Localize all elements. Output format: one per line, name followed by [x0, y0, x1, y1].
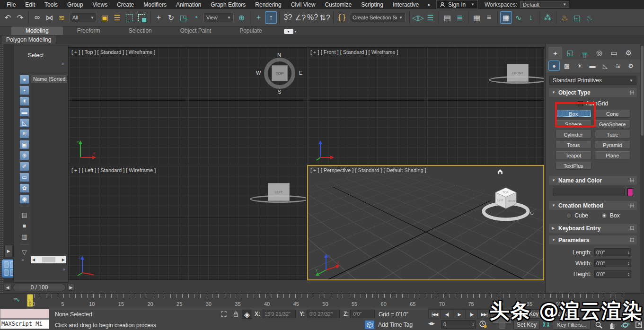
render-production-button[interactable]: ♨ [583, 11, 595, 24]
select-and-link-button[interactable]: ∞ [31, 11, 43, 24]
dock-handle[interactable] [0, 44, 4, 330]
spinner-icon[interactable]: ▴▾ [628, 261, 629, 265]
spinner-down[interactable]: ▾ [628, 263, 629, 265]
modify-tab[interactable]: ◱ [563, 47, 577, 59]
display-helpers-icon[interactable]: ◺ [19, 118, 29, 128]
object-type-cone-button[interactable]: Cone [595, 110, 631, 118]
explorer-overflow-chevron[interactable]: » [62, 266, 65, 272]
select-and-move-button[interactable]: + [153, 11, 165, 24]
spacewarps-category-icon[interactable]: ≋ [612, 61, 624, 71]
maxscript-mini-listener-input[interactable]: MAXScript Mi [0, 319, 49, 329]
timeline-ruler[interactable]: 0510152025303540455055606570758085909510… [26, 294, 625, 308]
explorer-column-header[interactable]: Name (Sorted A [31, 75, 68, 83]
scrollbar-thumb[interactable] [42, 257, 55, 262]
sign-in-button[interactable]: Sign In ▼ [436, 0, 478, 9]
compass-south[interactable]: S [278, 89, 281, 95]
keyboard-shortcut-override-button[interactable]: ↑ [265, 11, 277, 24]
primitive-category-dropdown[interactable]: Standard Primitives ▼ [549, 76, 636, 85]
spinner-snap-button[interactable]: ⇅? [319, 11, 331, 24]
rectangular-selection-region-button[interactable] [124, 11, 135, 24]
menu-interactive[interactable]: Interactive [388, 0, 423, 9]
schematic-view-button[interactable]: ↓ [525, 11, 537, 24]
viewport-front-label[interactable]: [ + ] [ Front ] [ Standard ] [ Wireframe… [310, 49, 398, 55]
orbit-button[interactable] [620, 320, 630, 330]
spinner-down[interactable]: ▾ [628, 252, 629, 254]
explorer-overflow-chevron[interactable]: » [21, 257, 24, 262]
systems-category-icon[interactable]: ⚙ [625, 61, 636, 71]
autogrid-checkbox[interactable] [578, 101, 583, 106]
cube-radio-option[interactable]: Cube [566, 212, 588, 219]
compass-west[interactable]: W [256, 70, 261, 76]
display-containers-icon[interactable]: ▭ [19, 173, 29, 182]
list-layers-icon[interactable]: ▤ [19, 210, 29, 219]
open-mini-curve-editor-button[interactable]: ≡∿ [13, 296, 20, 303]
spinner-icon[interactable]: ▴▾ [628, 272, 629, 276]
menu-views[interactable]: Views [88, 0, 112, 9]
angle-snap-button[interactable]: ∠? [294, 11, 306, 24]
object-type-sphere-button[interactable]: Sphere [556, 120, 591, 128]
object-type-pyramid-button[interactable]: Pyramid [595, 141, 631, 149]
viewcube-compass[interactable]: TOP N E S W [263, 56, 297, 90]
viewcube-left-face[interactable]: LEFT [268, 183, 290, 201]
scroll-left-icon[interactable]: ◀ [32, 258, 35, 262]
display-groups-icon[interactable]: ▣ [19, 140, 29, 149]
toggle-scene-explorer-button[interactable]: ▤ [441, 11, 453, 24]
select-and-place-button[interactable]: ◔ [190, 11, 202, 24]
unlink-selection-button[interactable]: ⋈ [44, 11, 55, 24]
viewport-top-label[interactable]: [ + ] [ Top ] [ Standard ] [ Wireframe ] [71, 49, 155, 55]
lights-category-icon[interactable]: ☀ [574, 61, 585, 71]
reference-coordinate-dropdown[interactable]: View▼ [203, 13, 234, 22]
menu-overflow-chevron[interactable]: » [423, 1, 434, 8]
play-button[interactable]: ▶ [453, 310, 466, 319]
current-frame-field[interactable]: 0 ▴▾ [441, 320, 476, 329]
geometry-category-icon[interactable]: ● [548, 61, 560, 71]
object-type-plane-button[interactable]: Plane [595, 151, 631, 159]
redo-button[interactable]: ↷ [14, 11, 26, 24]
menu-civil-view[interactable]: Civil View [286, 0, 320, 9]
select-and-manipulate-button[interactable]: + [253, 11, 265, 24]
select-and-rotate-button[interactable]: ↻ [165, 11, 177, 24]
time-slider-handle[interactable]: 0 [27, 294, 33, 307]
menu-rendering[interactable]: Rendering [250, 0, 286, 9]
polygon-modeling-panel-tab[interactable]: Polygon Modeling [1, 35, 56, 44]
display-bones-icon[interactable]: ✿ [19, 183, 29, 193]
manage-layers-button[interactable]: ▦ [471, 11, 483, 24]
maxscript-listener-output[interactable] [0, 309, 49, 319]
create-tab[interactable]: + [548, 47, 562, 59]
compass-north[interactable]: N [277, 52, 281, 58]
display-spacewarps-icon[interactable]: ≋ [19, 129, 29, 139]
box-radio-option[interactable]: Box [601, 212, 620, 219]
key-filters-button[interactable]: Key Filters... [553, 320, 591, 330]
object-name-field[interactable] [553, 188, 625, 196]
time-slider[interactable]: 0 / 100 [13, 284, 66, 291]
home-icon[interactable] [497, 168, 503, 174]
display-objects-icon[interactable]: ✐ [19, 162, 29, 171]
viewcube-top-face[interactable]: TOP [272, 65, 288, 81]
parameter-field-length[interactable]: 0'0"▴▾ [594, 248, 631, 256]
add-time-tag[interactable]: Add Time Tag [364, 320, 413, 330]
object-type-geosphere-button[interactable]: GeoSphere [595, 120, 631, 128]
ribbon-tab-freeform[interactable]: Freeform [63, 26, 115, 35]
previous-frame-button[interactable]: ◀| [441, 310, 453, 319]
explorer-horizontal-scrollbar[interactable]: ◀ ▶ [31, 256, 66, 263]
menu-file[interactable]: File [2, 0, 20, 9]
next-frame-button[interactable]: |▶ [466, 310, 478, 319]
spinner-icon[interactable]: ▴▾ [472, 322, 474, 326]
previous-frame-arrow-button[interactable]: ◀ [4, 284, 11, 291]
viewport-left[interactable]: [ + ] [ Left ] [ Standard ] [ Wireframe … [69, 165, 307, 280]
display-geometry-icon[interactable]: ● [19, 75, 29, 84]
object-type-box-button[interactable]: Box [556, 110, 591, 118]
isolate-selection-icon[interactable]: ⛶ [219, 310, 229, 319]
set-keys-icon[interactable] [541, 321, 551, 330]
pan-navigation-pad[interactable] [492, 310, 511, 329]
compass-east[interactable]: E [299, 70, 302, 76]
edit-named-selection-sets-button[interactable]: { } [336, 11, 348, 24]
render-setup-button[interactable]: ♨ [559, 11, 571, 24]
viewcube-front-face[interactable]: FRONT [507, 64, 529, 82]
name-color-rollout-header[interactable]: ▼ Name and Color [549, 176, 637, 185]
zoom-button[interactable] [594, 320, 604, 330]
selection-filter-dropdown[interactable]: All▼ [70, 13, 97, 22]
maximize-viewport-toggle-button[interactable] [634, 320, 644, 330]
ribbon-display-toggle[interactable]: ▼ ▾ [284, 29, 297, 34]
viewport-perspective-label[interactable]: [ + ] [ Perspective ] [ Standard ] [ Def… [310, 167, 426, 173]
